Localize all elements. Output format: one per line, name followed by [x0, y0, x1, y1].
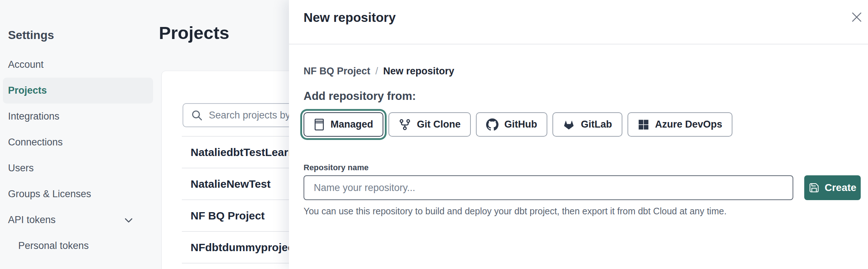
source-button-azure-devops[interactable]: Azure DevOps — [627, 112, 733, 137]
source-button-git-clone[interactable]: Git Clone — [388, 112, 471, 137]
source-button-github[interactable]: GitHub — [476, 112, 547, 137]
close-button[interactable] — [848, 8, 866, 26]
source-button-gitlab[interactable]: GitLab — [552, 112, 622, 137]
modal-body: NF BQ Project / New repository Add repos… — [304, 44, 861, 217]
sidebar-item-connections[interactable]: Connections — [3, 129, 153, 155]
gitlab-icon — [563, 118, 575, 131]
project-link[interactable]: NFdbtdummyproject — [191, 241, 297, 254]
breadcrumb-separator: / — [375, 65, 378, 77]
sidebar-item-label: Account — [8, 59, 44, 70]
add-repository-heading: Add repository from: — [304, 90, 861, 103]
new-repository-modal: New repository NF BQ Project / New repos… — [289, 0, 868, 269]
sidebar-item-label: Groups & Licenses — [8, 188, 91, 200]
github-icon — [486, 118, 498, 131]
repository-name-input[interactable] — [304, 175, 793, 200]
sidebar-item-account[interactable]: Account — [3, 52, 153, 78]
sidebar-item-personal-tokens[interactable]: Personal tokens — [3, 233, 153, 259]
create-button[interactable]: Create — [804, 175, 861, 200]
project-link[interactable]: NatalieNewTest — [191, 178, 271, 190]
git-branch-icon — [399, 118, 411, 131]
sidebar-item-label: Users — [8, 163, 34, 174]
breadcrumb: NF BQ Project / New repository — [304, 65, 861, 77]
sidebar-item-label: API tokens — [8, 214, 56, 226]
modal-header: New repository — [289, 0, 868, 44]
sidebar-item-integrations[interactable]: Integrations — [3, 104, 153, 129]
close-icon — [851, 11, 863, 23]
sidebar-item-label: Integrations — [8, 111, 59, 122]
save-icon — [809, 182, 820, 193]
settings-sidebar: Settings Account Projects Integrations C… — [0, 0, 160, 269]
sidebar-item-label: Projects — [8, 85, 47, 96]
sidebar-title: Settings — [8, 28, 54, 42]
chevron-down-icon — [123, 215, 134, 226]
breadcrumb-current: New repository — [383, 65, 454, 77]
source-button-managed[interactable]: Managed — [304, 112, 383, 137]
modal-title: New repository — [304, 10, 396, 25]
azure-devops-icon — [638, 119, 649, 130]
settings-nav: Account Projects Integrations Connection… — [3, 52, 153, 259]
sidebar-item-projects[interactable]: Projects — [3, 78, 153, 104]
sidebar-item-label: Connections — [8, 137, 63, 148]
source-button-label: GitLab — [581, 119, 612, 130]
page-title: Projects — [159, 23, 229, 43]
create-button-label: Create — [825, 182, 856, 194]
repository-name-row: Create — [304, 175, 861, 200]
repository-helper-text: You can use this repository to build and… — [304, 205, 861, 217]
repository-name-label: Repository name — [304, 163, 861, 172]
sidebar-item-api-tokens[interactable]: API tokens — [3, 207, 153, 233]
search-icon — [191, 109, 203, 121]
project-link[interactable]: NF BQ Project — [191, 210, 265, 222]
project-link[interactable]: NataliedbtTestLearn T — [191, 146, 305, 159]
source-button-label: GitHub — [504, 119, 537, 130]
source-button-label: Git Clone — [417, 119, 461, 130]
repo-source-buttons: Managed Git Clone GitHub GitLab — [304, 112, 861, 137]
breadcrumb-project-link[interactable]: NF BQ Project — [304, 65, 370, 77]
source-button-label: Azure DevOps — [655, 119, 723, 130]
sidebar-item-users[interactable]: Users — [3, 155, 153, 181]
managed-repo-icon — [314, 118, 325, 131]
sidebar-item-groups-licenses[interactable]: Groups & Licenses — [3, 181, 153, 207]
sidebar-item-label: Personal tokens — [18, 240, 89, 252]
source-button-label: Managed — [331, 119, 373, 130]
